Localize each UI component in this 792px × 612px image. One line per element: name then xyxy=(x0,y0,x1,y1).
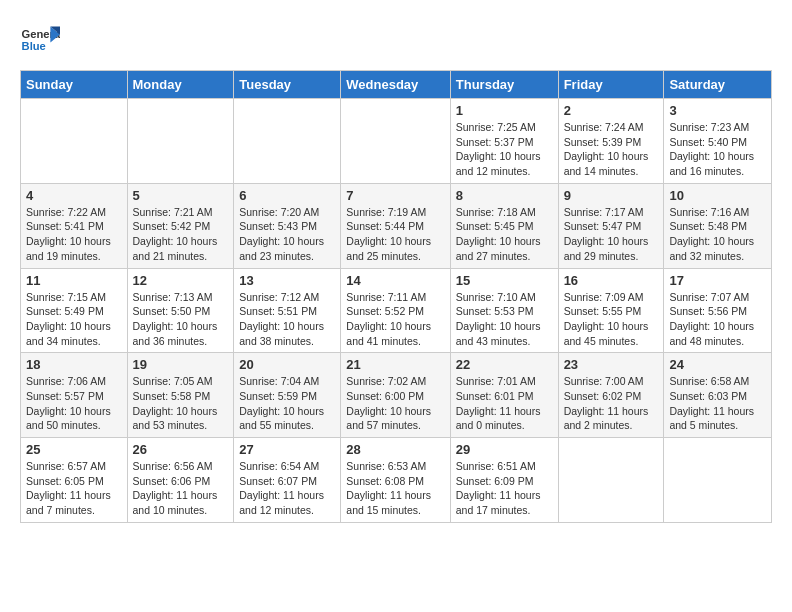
day-number: 9 xyxy=(564,188,659,203)
day-cell: 4Sunrise: 7:22 AM Sunset: 5:41 PM Daylig… xyxy=(21,183,128,268)
logo: General Blue xyxy=(20,20,64,60)
week-row-3: 11Sunrise: 7:15 AM Sunset: 5:49 PM Dayli… xyxy=(21,268,772,353)
day-number: 27 xyxy=(239,442,335,457)
day-number: 15 xyxy=(456,273,553,288)
day-info: Sunrise: 7:13 AM Sunset: 5:50 PM Dayligh… xyxy=(133,290,229,349)
day-info: Sunrise: 7:19 AM Sunset: 5:44 PM Dayligh… xyxy=(346,205,444,264)
week-row-1: 1Sunrise: 7:25 AM Sunset: 5:37 PM Daylig… xyxy=(21,99,772,184)
week-row-5: 25Sunrise: 6:57 AM Sunset: 6:05 PM Dayli… xyxy=(21,438,772,523)
day-number: 2 xyxy=(564,103,659,118)
day-info: Sunrise: 6:56 AM Sunset: 6:06 PM Dayligh… xyxy=(133,459,229,518)
svg-text:Blue: Blue xyxy=(22,40,46,52)
day-info: Sunrise: 7:25 AM Sunset: 5:37 PM Dayligh… xyxy=(456,120,553,179)
weekday-header-tuesday: Tuesday xyxy=(234,71,341,99)
day-number: 22 xyxy=(456,357,553,372)
day-number: 8 xyxy=(456,188,553,203)
day-cell: 28Sunrise: 6:53 AM Sunset: 6:08 PM Dayli… xyxy=(341,438,450,523)
day-info: Sunrise: 7:20 AM Sunset: 5:43 PM Dayligh… xyxy=(239,205,335,264)
day-info: Sunrise: 6:58 AM Sunset: 6:03 PM Dayligh… xyxy=(669,374,766,433)
day-number: 25 xyxy=(26,442,122,457)
day-cell xyxy=(341,99,450,184)
day-info: Sunrise: 7:05 AM Sunset: 5:58 PM Dayligh… xyxy=(133,374,229,433)
day-info: Sunrise: 7:23 AM Sunset: 5:40 PM Dayligh… xyxy=(669,120,766,179)
day-number: 21 xyxy=(346,357,444,372)
day-cell: 29Sunrise: 6:51 AM Sunset: 6:09 PM Dayli… xyxy=(450,438,558,523)
day-cell: 8Sunrise: 7:18 AM Sunset: 5:45 PM Daylig… xyxy=(450,183,558,268)
day-cell xyxy=(664,438,772,523)
day-cell: 20Sunrise: 7:04 AM Sunset: 5:59 PM Dayli… xyxy=(234,353,341,438)
day-cell xyxy=(127,99,234,184)
day-cell: 6Sunrise: 7:20 AM Sunset: 5:43 PM Daylig… xyxy=(234,183,341,268)
day-number: 4 xyxy=(26,188,122,203)
day-info: Sunrise: 7:12 AM Sunset: 5:51 PM Dayligh… xyxy=(239,290,335,349)
day-cell: 21Sunrise: 7:02 AM Sunset: 6:00 PM Dayli… xyxy=(341,353,450,438)
day-number: 7 xyxy=(346,188,444,203)
day-number: 29 xyxy=(456,442,553,457)
day-cell: 27Sunrise: 6:54 AM Sunset: 6:07 PM Dayli… xyxy=(234,438,341,523)
week-row-2: 4Sunrise: 7:22 AM Sunset: 5:41 PM Daylig… xyxy=(21,183,772,268)
day-info: Sunrise: 7:17 AM Sunset: 5:47 PM Dayligh… xyxy=(564,205,659,264)
weekday-header-friday: Friday xyxy=(558,71,664,99)
day-info: Sunrise: 6:53 AM Sunset: 6:08 PM Dayligh… xyxy=(346,459,444,518)
day-cell: 14Sunrise: 7:11 AM Sunset: 5:52 PM Dayli… xyxy=(341,268,450,353)
day-number: 12 xyxy=(133,273,229,288)
day-cell: 9Sunrise: 7:17 AM Sunset: 5:47 PM Daylig… xyxy=(558,183,664,268)
calendar-table: SundayMondayTuesdayWednesdayThursdayFrid… xyxy=(20,70,772,523)
day-cell xyxy=(234,99,341,184)
page-header: General Blue xyxy=(20,20,772,60)
day-number: 11 xyxy=(26,273,122,288)
day-cell: 12Sunrise: 7:13 AM Sunset: 5:50 PM Dayli… xyxy=(127,268,234,353)
day-cell xyxy=(558,438,664,523)
weekday-header-wednesday: Wednesday xyxy=(341,71,450,99)
day-info: Sunrise: 7:15 AM Sunset: 5:49 PM Dayligh… xyxy=(26,290,122,349)
day-info: Sunrise: 7:04 AM Sunset: 5:59 PM Dayligh… xyxy=(239,374,335,433)
day-number: 24 xyxy=(669,357,766,372)
day-cell: 13Sunrise: 7:12 AM Sunset: 5:51 PM Dayli… xyxy=(234,268,341,353)
day-info: Sunrise: 7:22 AM Sunset: 5:41 PM Dayligh… xyxy=(26,205,122,264)
logo-icon: General Blue xyxy=(20,20,60,60)
day-cell xyxy=(21,99,128,184)
day-info: Sunrise: 7:06 AM Sunset: 5:57 PM Dayligh… xyxy=(26,374,122,433)
day-number: 28 xyxy=(346,442,444,457)
day-info: Sunrise: 6:51 AM Sunset: 6:09 PM Dayligh… xyxy=(456,459,553,518)
day-cell: 10Sunrise: 7:16 AM Sunset: 5:48 PM Dayli… xyxy=(664,183,772,268)
day-info: Sunrise: 6:57 AM Sunset: 6:05 PM Dayligh… xyxy=(26,459,122,518)
day-info: Sunrise: 7:10 AM Sunset: 5:53 PM Dayligh… xyxy=(456,290,553,349)
day-cell: 17Sunrise: 7:07 AM Sunset: 5:56 PM Dayli… xyxy=(664,268,772,353)
day-info: Sunrise: 7:11 AM Sunset: 5:52 PM Dayligh… xyxy=(346,290,444,349)
day-number: 5 xyxy=(133,188,229,203)
week-row-4: 18Sunrise: 7:06 AM Sunset: 5:57 PM Dayli… xyxy=(21,353,772,438)
day-number: 16 xyxy=(564,273,659,288)
day-number: 17 xyxy=(669,273,766,288)
day-info: Sunrise: 7:16 AM Sunset: 5:48 PM Dayligh… xyxy=(669,205,766,264)
weekday-header-thursday: Thursday xyxy=(450,71,558,99)
day-cell: 15Sunrise: 7:10 AM Sunset: 5:53 PM Dayli… xyxy=(450,268,558,353)
day-info: Sunrise: 7:24 AM Sunset: 5:39 PM Dayligh… xyxy=(564,120,659,179)
weekday-header-sunday: Sunday xyxy=(21,71,128,99)
day-info: Sunrise: 7:00 AM Sunset: 6:02 PM Dayligh… xyxy=(564,374,659,433)
day-number: 19 xyxy=(133,357,229,372)
weekday-header-monday: Monday xyxy=(127,71,234,99)
day-number: 1 xyxy=(456,103,553,118)
day-cell: 23Sunrise: 7:00 AM Sunset: 6:02 PM Dayli… xyxy=(558,353,664,438)
day-number: 6 xyxy=(239,188,335,203)
day-cell: 2Sunrise: 7:24 AM Sunset: 5:39 PM Daylig… xyxy=(558,99,664,184)
day-cell: 7Sunrise: 7:19 AM Sunset: 5:44 PM Daylig… xyxy=(341,183,450,268)
day-cell: 1Sunrise: 7:25 AM Sunset: 5:37 PM Daylig… xyxy=(450,99,558,184)
day-number: 10 xyxy=(669,188,766,203)
day-cell: 5Sunrise: 7:21 AM Sunset: 5:42 PM Daylig… xyxy=(127,183,234,268)
day-cell: 26Sunrise: 6:56 AM Sunset: 6:06 PM Dayli… xyxy=(127,438,234,523)
day-info: Sunrise: 7:01 AM Sunset: 6:01 PM Dayligh… xyxy=(456,374,553,433)
day-cell: 24Sunrise: 6:58 AM Sunset: 6:03 PM Dayli… xyxy=(664,353,772,438)
day-cell: 22Sunrise: 7:01 AM Sunset: 6:01 PM Dayli… xyxy=(450,353,558,438)
day-info: Sunrise: 7:09 AM Sunset: 5:55 PM Dayligh… xyxy=(564,290,659,349)
day-number: 18 xyxy=(26,357,122,372)
day-cell: 11Sunrise: 7:15 AM Sunset: 5:49 PM Dayli… xyxy=(21,268,128,353)
day-number: 23 xyxy=(564,357,659,372)
day-number: 13 xyxy=(239,273,335,288)
day-cell: 19Sunrise: 7:05 AM Sunset: 5:58 PM Dayli… xyxy=(127,353,234,438)
weekday-header-row: SundayMondayTuesdayWednesdayThursdayFrid… xyxy=(21,71,772,99)
day-number: 20 xyxy=(239,357,335,372)
day-info: Sunrise: 7:18 AM Sunset: 5:45 PM Dayligh… xyxy=(456,205,553,264)
day-cell: 18Sunrise: 7:06 AM Sunset: 5:57 PM Dayli… xyxy=(21,353,128,438)
